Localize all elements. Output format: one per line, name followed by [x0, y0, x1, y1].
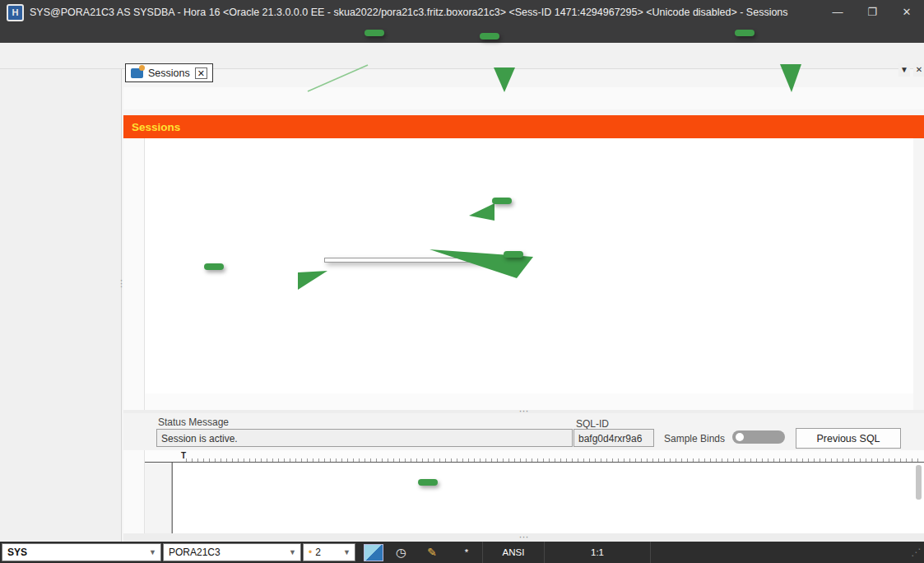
sessions-header-title: Sessions	[132, 121, 180, 133]
sample-binds-toggle[interactable]	[732, 430, 785, 444]
close-button[interactable]: ✕	[889, 0, 924, 25]
status-bar: SYS▼ PORA21C3▼ •2▼ ◷ ✎ * ANSI 1:1 ⋰	[0, 542, 924, 563]
grid-pager	[145, 393, 913, 410]
document-tab-sessions[interactable]: Sessions ✕	[125, 63, 213, 82]
alphabet-strip	[123, 138, 145, 533]
sql-id-label: SQL-ID	[576, 418, 609, 430]
document-tab-label: Sessions	[148, 67, 190, 79]
callout-blocking-session	[492, 198, 512, 204]
pencil-icon: ✎	[420, 546, 444, 559]
callout-sql-executed	[418, 479, 438, 486]
context-menu	[324, 258, 485, 263]
sql-editor[interactable]	[145, 463, 924, 533]
tab-strip	[123, 87, 924, 109]
sidebar	[0, 69, 122, 542]
callout-waiting-session	[504, 251, 523, 258]
callout-all-open-cursors	[480, 33, 499, 40]
database-combo[interactable]: PORA21C3▼	[163, 543, 301, 561]
encoding-indicator: ANSI	[483, 542, 545, 563]
schema-combo[interactable]: SYS▼	[2, 543, 161, 561]
resize-grip[interactable]: ⋰	[911, 547, 924, 558]
sessions-grid	[145, 138, 913, 393]
status-message-label: Status Message	[158, 416, 229, 428]
menu-bar	[0, 25, 924, 43]
count-combo-value: 2	[315, 547, 321, 558]
panel-dropdown-button[interactable]: ▼	[898, 63, 910, 77]
panel-close-button[interactable]: ✕	[913, 63, 924, 77]
chevron-down-icon: ▼	[343, 548, 351, 556]
edit-mode-icon[interactable]	[364, 544, 383, 561]
previous-sql-button[interactable]: Previous SQL	[796, 428, 901, 449]
app-logo-icon: H	[7, 4, 24, 21]
sql-scrollbar[interactable]	[916, 465, 922, 500]
sql-gutter	[145, 463, 172, 533]
chevron-down-icon: ▼	[289, 548, 296, 556]
ruler-ticks	[186, 458, 921, 462]
status-panel: Status Message SQL-ID Session is active.…	[123, 413, 924, 450]
caret-position: 1:1	[545, 542, 651, 563]
schema-combo-value: SYS	[7, 547, 27, 558]
title-bar: H SYS@PORA21C3 AS SYSDBA - Hora 16 <Orac…	[0, 0, 924, 25]
sql-ruler: T	[145, 450, 924, 463]
modified-indicator: *	[451, 542, 483, 563]
sample-binds-label: Sample Binds	[664, 433, 725, 444]
callout-context-menu	[204, 263, 224, 270]
database-combo-value: PORA21C3	[169, 547, 221, 558]
sql-id-field[interactable]: bafg0d4rxr9a6	[573, 429, 654, 447]
minimize-button[interactable]: —	[820, 0, 855, 25]
callout-network-encryption	[735, 30, 755, 36]
chevron-down-icon: ▼	[149, 548, 156, 556]
bullet-icon: •	[309, 547, 312, 558]
horizontal-splitter-bottom[interactable]: ···	[123, 533, 924, 542]
sessions-header-bar: Sessions	[123, 115, 924, 138]
sessions-icon	[131, 68, 143, 78]
count-combo[interactable]: •2▼	[303, 543, 355, 561]
hora-application-window: H SYS@PORA21C3 AS SYSDBA - Hora 16 <Orac…	[0, 0, 924, 563]
document-tab-close-icon[interactable]: ✕	[195, 67, 207, 79]
status-message-field[interactable]: Session is active.	[156, 429, 573, 447]
maximize-button[interactable]: ❐	[855, 0, 889, 25]
sql-code-area[interactable]	[172, 463, 924, 533]
clock-icon: ◷	[388, 546, 413, 559]
callout-lock-waiting-tree-view	[364, 30, 384, 36]
window-title: SYS@PORA21C3 AS SYSDBA - Hora 16 <Oracle…	[30, 7, 788, 18]
